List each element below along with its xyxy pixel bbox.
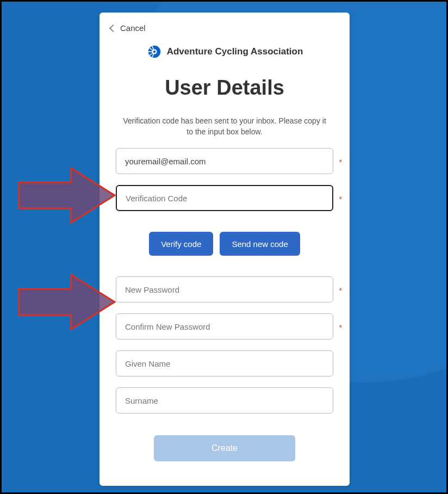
required-asterisk: * (339, 158, 342, 166)
confirm-password-field[interactable] (116, 313, 333, 339)
required-asterisk: * (339, 323, 342, 332)
verify-code-button[interactable]: Verify code (149, 232, 213, 256)
verification-code-field-wrap: * (99, 185, 350, 211)
brand-logo-row: Adventure Cycling Association (99, 44, 350, 60)
given-name-field-wrap (99, 350, 350, 376)
email-field[interactable] (116, 148, 333, 174)
info-message: Verification code has been sent to your … (99, 116, 350, 137)
send-new-code-button[interactable]: Send new code (220, 232, 300, 256)
surname-field[interactable] (116, 387, 333, 413)
chevron-left-icon (109, 24, 117, 32)
create-button[interactable]: Create (154, 435, 295, 461)
verification-button-row: Verify code Send new code (99, 232, 350, 256)
given-name-field[interactable] (116, 350, 333, 376)
page-title: User Details (99, 76, 350, 100)
required-asterisk: * (339, 286, 342, 295)
new-password-field-wrap: * (99, 276, 350, 302)
cancel-label: Cancel (120, 23, 146, 33)
new-password-field[interactable] (116, 276, 333, 302)
brand-logo-icon (146, 44, 163, 60)
form-card: Cancel (99, 13, 350, 486)
email-field-wrap: * (99, 148, 350, 174)
brand-name: Adventure Cycling Association (167, 46, 303, 57)
verification-code-field[interactable] (116, 185, 333, 211)
svg-point-8 (153, 51, 155, 53)
cancel-button[interactable]: Cancel (99, 23, 350, 38)
surname-field-wrap (99, 387, 350, 413)
required-asterisk: * (339, 195, 342, 203)
confirm-password-field-wrap: * (99, 313, 350, 339)
